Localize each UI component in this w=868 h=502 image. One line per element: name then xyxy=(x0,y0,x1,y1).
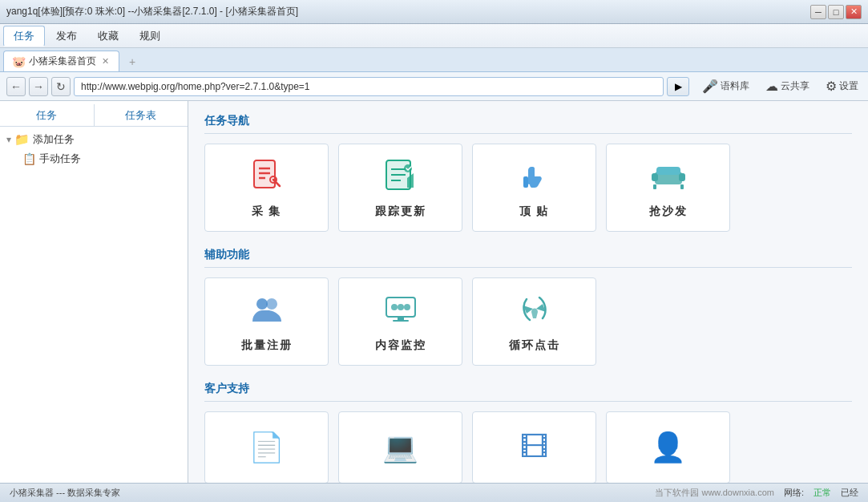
card-sofa[interactable]: 抢沙发 xyxy=(606,144,730,232)
close-button[interactable]: ✕ xyxy=(846,5,862,19)
svg-point-23 xyxy=(398,304,404,310)
sidebar-tab-tasklist[interactable]: 任务表 xyxy=(95,104,188,126)
card-click[interactable]: 循环点击 xyxy=(472,277,596,366)
card-help[interactable]: 💻 xyxy=(338,411,462,483)
card-monitor[interactable]: 内容监控 xyxy=(338,277,462,366)
folder-icon: 📁 xyxy=(14,132,30,147)
menu-bar: 任务 发布 收藏 规则 xyxy=(0,24,868,48)
minimize-button[interactable]: ─ xyxy=(810,5,826,19)
section-auxiliary: 辅助功能 批量注册 xyxy=(204,248,852,366)
refresh-button[interactable]: ↻ xyxy=(51,77,71,96)
svg-rect-17 xyxy=(680,184,684,189)
tab-close-button[interactable]: ✕ xyxy=(100,56,111,67)
app-name: 小猪采集器 --- 数据采集专家 xyxy=(10,487,120,499)
yuliaopu-label: 语料库 xyxy=(721,79,749,93)
register-label: 批量注册 xyxy=(241,338,293,353)
sidebar: 任务 任务表 ▾ 📁 添加任务 📋 手动任务 xyxy=(0,101,188,483)
cloud-icon: ☁ xyxy=(765,79,778,94)
svg-point-19 xyxy=(256,298,268,310)
svg-rect-26 xyxy=(393,320,409,322)
monitor-label: 内容监控 xyxy=(375,338,426,353)
maximize-button[interactable]: □ xyxy=(828,5,844,19)
tree-item-add-task[interactable]: ▾ 📁 添加任务 xyxy=(0,130,188,149)
card-user[interactable]: 👤 xyxy=(606,411,730,483)
yuliaopu-button[interactable]: 🎤 语料库 xyxy=(699,77,753,95)
card-video[interactable]: 🎞 xyxy=(472,411,596,483)
monitor-icon xyxy=(383,291,418,332)
back-button[interactable]: ← xyxy=(6,77,26,96)
sofa-label: 抢沙发 xyxy=(649,204,688,219)
tab-bar: 🐷 小猪采集器首页 ✕ + xyxy=(0,48,868,72)
title-text: yang1q[体验][预存:0 珠米:0] --小猪采集器[2.7.1.0] -… xyxy=(6,5,298,18)
section-support: 客户支持 📄 💻 🎞 👤 xyxy=(204,382,852,483)
menu-item-publish[interactable]: 发布 xyxy=(46,26,87,46)
cloud-share-button[interactable]: ☁ 云共享 xyxy=(762,77,813,95)
menu-item-task[interactable]: 任务 xyxy=(3,26,45,47)
status-right: 当下软件园 www.downxia.com 网络: 正常 已经 xyxy=(655,487,858,499)
docs-icon: 📄 xyxy=(248,433,285,462)
register-icon xyxy=(249,291,285,332)
grid-row-auxiliary: 批量注册 xyxy=(204,277,852,366)
track-label: 跟踪更新 xyxy=(375,204,426,219)
menu-item-rule[interactable]: 规则 xyxy=(130,26,170,46)
tab-label: 小猪采集器首页 xyxy=(29,55,96,68)
card-track[interactable]: 跟踪更新 xyxy=(338,144,462,232)
status-left: 小猪采集器 --- 数据采集专家 xyxy=(10,487,120,499)
svg-rect-15 xyxy=(679,173,685,181)
tree-label-add-task: 添加任务 xyxy=(33,132,75,147)
address-input[interactable] xyxy=(74,77,664,96)
svg-rect-16 xyxy=(653,184,656,189)
card-top[interactable]: 顶 贴 xyxy=(472,144,596,232)
top-label: 顶 贴 xyxy=(519,204,550,219)
tab-home[interactable]: 🐷 小猪采集器首页 ✕ xyxy=(3,51,119,71)
status-bar: 小猪采集器 --- 数据采集专家 当下软件园 www.downxia.com 网… xyxy=(0,483,868,502)
pig-icon: 🐷 xyxy=(12,55,25,68)
settings-button[interactable]: ⚙ 设置 xyxy=(822,77,862,95)
network-label: 网络: xyxy=(784,487,804,499)
expand-icon: ▾ xyxy=(6,134,11,145)
card-collect[interactable]: 采 集 xyxy=(204,144,329,232)
section-task-nav: 任务导航 xyxy=(204,114,852,232)
content-inner: 任务导航 xyxy=(188,101,868,483)
forward-button[interactable]: → xyxy=(29,77,48,96)
cloud-share-label: 云共享 xyxy=(781,79,809,93)
section-title-auxiliary: 辅助功能 xyxy=(204,248,852,268)
svg-point-20 xyxy=(266,298,277,310)
top-icon xyxy=(517,157,552,198)
mic-icon: 🎤 xyxy=(702,79,718,94)
help-icon: 💻 xyxy=(382,433,418,462)
new-tab-button[interactable]: + xyxy=(123,52,142,71)
sidebar-content: ▾ 📁 添加任务 📋 手动任务 xyxy=(0,127,188,480)
card-docs[interactable]: 📄 xyxy=(204,411,329,483)
go-button[interactable]: ▶ xyxy=(667,77,689,96)
click-icon xyxy=(517,291,552,332)
section-title-support: 客户支持 xyxy=(204,382,852,402)
login-status: 已经 xyxy=(841,487,858,499)
sofa-icon xyxy=(648,157,688,198)
collect-icon xyxy=(249,157,285,198)
card-register[interactable]: 批量注册 xyxy=(204,277,329,366)
user-icon: 👤 xyxy=(650,433,686,462)
tree-label-manual-task: 手动任务 xyxy=(39,152,81,166)
grid-row-support: 📄 💻 🎞 👤 xyxy=(204,411,852,483)
content-area: 任务导航 xyxy=(188,101,868,483)
svg-point-22 xyxy=(391,304,398,310)
svg-point-24 xyxy=(404,304,410,310)
watermark: 当下软件园 www.downxia.com xyxy=(655,487,774,499)
track-icon xyxy=(383,157,418,198)
network-status: 正常 xyxy=(813,487,831,499)
menu-item-collect[interactable]: 收藏 xyxy=(88,26,128,46)
svg-rect-18 xyxy=(656,167,680,175)
settings-label: 设置 xyxy=(839,79,858,93)
main-layout: 任务 任务表 ▾ 📁 添加任务 📋 手动任务 任务导航 xyxy=(0,101,868,483)
sidebar-tab-task[interactable]: 任务 xyxy=(0,104,95,126)
toolbar-right: 🎤 语料库 ☁ 云共享 ⚙ 设置 xyxy=(699,77,862,95)
grid-row-task-nav: 采 集 xyxy=(204,144,852,232)
title-controls: ─ □ ✕ xyxy=(810,5,862,19)
address-bar: ← → ↻ ▶ 🎤 语料库 ☁ 云共享 ⚙ 设置 xyxy=(0,72,868,101)
title-bar: yang1q[体验][预存:0 珠米:0] --小猪采集器[2.7.1.0] -… xyxy=(0,0,868,24)
file-icon: 📋 xyxy=(22,152,36,165)
tree-item-manual-task[interactable]: 📋 手动任务 xyxy=(0,149,188,168)
click-label: 循环点击 xyxy=(509,338,560,353)
gear-icon: ⚙ xyxy=(826,79,837,94)
